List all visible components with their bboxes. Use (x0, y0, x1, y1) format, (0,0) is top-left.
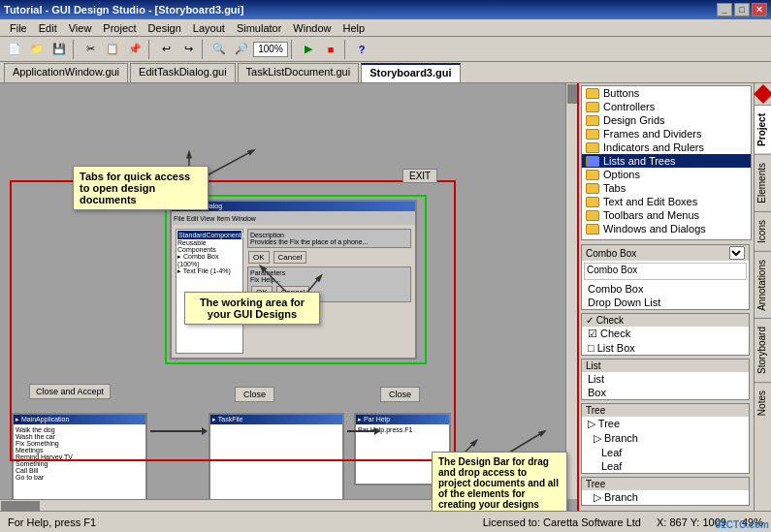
maximize-button[interactable]: □ (734, 3, 750, 16)
dropdown-item[interactable]: Drop Down List (582, 296, 749, 309)
folder-icon-windows (586, 224, 599, 235)
tabs-annotation: Tabs for quick access to open design doc… (73, 166, 209, 210)
elements-list: Buttons Controllers Design Grids Frames … (581, 85, 752, 240)
copy-button[interactable]: 📋 (102, 39, 123, 60)
tab-applicationwindow[interactable]: ApplicationWindow.gui (4, 63, 128, 82)
element-design-grids[interactable]: Design Grids (582, 113, 751, 127)
check-section: ✓ Check ☑ Check □ List Box (581, 313, 750, 356)
undo-button[interactable]: ↩ (155, 39, 177, 60)
zoom-input[interactable] (253, 42, 288, 57)
zoom-in-button[interactable]: 🔍 (209, 39, 230, 60)
paste-button[interactable]: 📌 (124, 39, 145, 60)
tree-header-2[interactable]: Tree (582, 478, 749, 490)
tab-storyboard3[interactable]: Storyboard3.gui (361, 63, 460, 82)
redo-button[interactable]: ↪ (177, 39, 199, 60)
help-text: For Help, press F1 (8, 516, 96, 528)
combo-header[interactable]: Combo Box (582, 245, 749, 261)
main-window-outline (165, 195, 427, 364)
tree-section: Tree ▷ Tree ▷ Branch Leaf Leaf (581, 403, 750, 474)
components-panel: Combo Box Combo Box Combo Box Drop Down … (579, 242, 752, 511)
close-accept-button[interactable]: Close and Accept (29, 384, 111, 399)
element-buttons[interactable]: Buttons (582, 86, 751, 100)
menu-bar: File Edit View Project Design Layout Sim… (0, 19, 771, 37)
toolbar-main: 📄 📁 💾 ✂ 📋 📌 ↩ ↪ 🔍 🔎 ▶ ■ ? (0, 37, 771, 62)
element-text[interactable]: Text and Edit Boxes (582, 195, 751, 208)
side-tab-icons[interactable]: Icons (755, 211, 772, 251)
combo-select[interactable] (729, 246, 745, 260)
element-lists-trees[interactable]: Lists and Trees (582, 154, 751, 168)
menu-design[interactable]: Design (143, 21, 187, 35)
folder-icon-lists (586, 156, 599, 167)
element-toolbars[interactable]: Toolbars and Menus (582, 208, 751, 222)
side-tab-storyboard[interactable]: Storyboard (755, 318, 772, 382)
cut-button[interactable]: ✂ (80, 39, 101, 60)
folder-icon-controllers (586, 102, 599, 112)
menu-edit[interactable]: Edit (33, 21, 63, 35)
side-tab-notes[interactable]: Notes (755, 382, 772, 423)
tab-edittaskdialog[interactable]: EditTaskDialog.gui (130, 63, 236, 82)
tree-section-2: Tree ▷ Branch (581, 477, 750, 506)
element-tabs[interactable]: Tabs (582, 181, 751, 195)
folder-icon-tabs (586, 183, 599, 194)
vertical-scrollbar[interactable] (565, 83, 577, 499)
close-button[interactable]: ✕ (752, 3, 767, 16)
status-bar: For Help, press F1 Licensed to: Caretta … (0, 511, 771, 532)
folder-icon-indicators (586, 142, 599, 153)
close-button-right[interactable]: Close (380, 387, 420, 402)
folder-icon-frames (586, 129, 599, 140)
leaf-item-2[interactable]: Leaf (582, 459, 749, 473)
side-tab-elements[interactable]: Elements (755, 154, 772, 211)
branch-item-2[interactable]: ▷ Branch (582, 490, 749, 505)
menu-project[interactable]: Project (97, 21, 142, 35)
license-text: Licensed to: Caretta Software Ltd (483, 516, 641, 528)
list-section: List List Box (581, 359, 750, 400)
menu-layout[interactable]: Layout (187, 21, 231, 35)
box-item[interactable]: Box (582, 386, 749, 399)
check-item[interactable]: ☑ Check (582, 327, 749, 341)
stop-button[interactable]: ■ (320, 39, 341, 60)
branch-item[interactable]: ▷ Branch (582, 431, 749, 446)
list-item[interactable]: List (582, 372, 749, 386)
list-header[interactable]: List (582, 360, 749, 372)
watermark: 51CTO.com (716, 519, 769, 530)
element-frames[interactable]: Frames and Dividers (582, 127, 751, 141)
close-button-middle[interactable]: Close (235, 387, 274, 402)
side-tab-annotations[interactable]: Annotations (755, 251, 772, 319)
menu-window[interactable]: Window (287, 21, 337, 35)
tree-item[interactable]: ▷ Tree (582, 417, 749, 431)
toolbar-sep-1 (73, 40, 77, 59)
check-header[interactable]: ✓ Check (582, 314, 749, 327)
folder-icon-design-grids (586, 115, 599, 126)
menu-help[interactable]: Help (337, 21, 370, 35)
title-bar: Tutorial - GUI Design Studio - [Storyboa… (0, 0, 771, 19)
menu-simulator[interactable]: Simulator (231, 21, 287, 35)
leaf-item-1[interactable]: Leaf (582, 446, 749, 459)
combo-section: Combo Box Combo Box Combo Box Drop Down … (581, 244, 750, 310)
zoom-out-button[interactable]: 🔎 (231, 39, 252, 60)
folder-icon-toolbars (586, 210, 599, 221)
minimize-button[interactable]: _ (717, 3, 732, 16)
combo-item[interactable]: Combo Box (582, 282, 749, 296)
side-tab-project[interactable]: Project (755, 105, 772, 154)
element-windows[interactable]: Windows and Dialogs (582, 222, 751, 235)
title-controls: _ □ ✕ (717, 3, 767, 16)
element-options[interactable]: Options (582, 168, 751, 181)
element-indicators[interactable]: Indicators and Rulers (582, 141, 751, 154)
element-controllers[interactable]: Controllers (582, 100, 751, 113)
menu-view[interactable]: View (63, 21, 98, 35)
toolbar-sep-4 (291, 40, 295, 59)
open-button[interactable]: 📁 (26, 39, 48, 60)
canvas-area[interactable]: Tabs for quick access to open design doc… (0, 83, 577, 511)
help-icon[interactable]: ? (351, 39, 372, 60)
new-button[interactable]: 📄 (4, 39, 25, 60)
tree-header[interactable]: Tree (582, 404, 749, 417)
play-button[interactable]: ▶ (298, 39, 319, 60)
exit-button[interactable]: EXIT (402, 169, 437, 183)
toolbar-sep-2 (148, 40, 152, 59)
tabs-bar: ApplicationWindow.gui EditTaskDialog.gui… (0, 62, 771, 83)
title-text: Tutorial - GUI Design Studio - [Storyboa… (4, 4, 243, 16)
save-button[interactable]: 💾 (48, 39, 70, 60)
tab-tasklistdocument[interactable]: TaskListDocument.gui (238, 63, 360, 82)
menu-file[interactable]: File (4, 21, 33, 35)
listbox-item[interactable]: □ List Box (582, 341, 749, 355)
